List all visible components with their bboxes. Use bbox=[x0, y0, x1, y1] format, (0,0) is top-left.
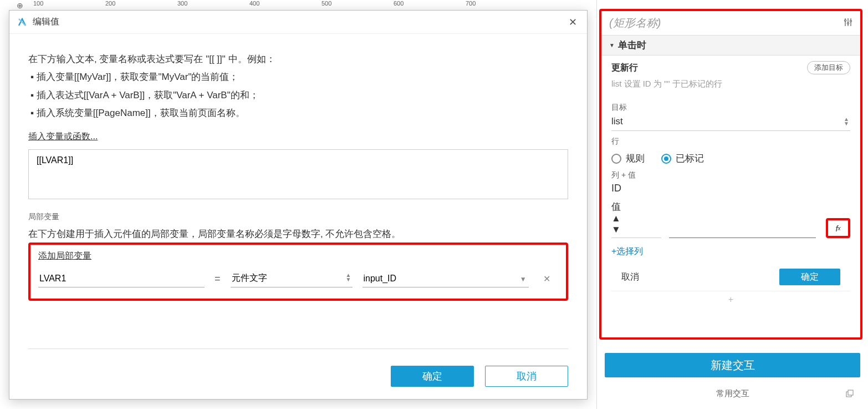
column-id-value: ID bbox=[611, 183, 850, 195]
horizontal-ruler: 100200300400500600700 bbox=[33, 0, 538, 11]
add-action-plus[interactable]: + bbox=[611, 291, 850, 308]
local-var-highlight: 添加局部变量 = ▲▼ ▼ ✕ bbox=[28, 243, 568, 301]
action-description: list 设置 ID 为 "" 于已标记的行 bbox=[611, 79, 850, 89]
svg-rect-7 bbox=[848, 390, 853, 395]
dialog-footer: 确定 取消 bbox=[391, 366, 568, 387]
equals-sign: = bbox=[215, 273, 221, 285]
axure-logo-icon bbox=[17, 17, 27, 27]
dialog-header: 编辑值 ✕ bbox=[9, 11, 587, 34]
panel-ok-button[interactable]: 确定 bbox=[779, 269, 840, 285]
variable-name-input[interactable] bbox=[38, 270, 205, 287]
intro-bullet-3: ▪ 插入系统变量[[PageName]]，获取当前页面名称。 bbox=[28, 104, 568, 122]
insert-variable-link[interactable]: 插入变量或函数... bbox=[28, 131, 98, 143]
event-onclick-header[interactable]: ▼ 单击时 bbox=[601, 35, 860, 55]
intro-text: 在下方输入文本, 变量名称或表达式要写在 "[[ ]]" 中。例如： ▪ 插入变… bbox=[28, 51, 568, 122]
value-input[interactable] bbox=[669, 223, 816, 238]
intro-bullet-2: ▪ 插入表达式[[VarA + VarB]]，获取"VarA + VarB"的和… bbox=[28, 87, 568, 104]
panel-highlight: ▼ 单击时 更新行 添加目标 list 设置 ID 为 "" 于已标记的行 目标… bbox=[599, 9, 862, 340]
dialog-ok-button[interactable]: 确定 bbox=[391, 366, 474, 387]
local-variable-row: = ▲▼ ▼ ✕ bbox=[38, 270, 558, 287]
target-select[interactable]: list ▲▼ bbox=[611, 113, 850, 131]
local-var-section-desc: 在下方创建用于插入元件值的局部变量，局部变量名称必须是字母数字, 不允许包含空格… bbox=[28, 228, 568, 240]
svg-point-3 bbox=[845, 19, 846, 21]
target-label: 目标 bbox=[611, 103, 850, 113]
variable-target-select[interactable]: ▼ bbox=[362, 270, 529, 287]
svg-point-5 bbox=[850, 20, 852, 22]
updown-icon: ▲▼ bbox=[611, 213, 661, 235]
radio-marked-label: 已标记 bbox=[676, 152, 704, 165]
remove-variable-icon[interactable]: ✕ bbox=[539, 274, 555, 284]
panel-cancel-link[interactable]: 取消 bbox=[621, 271, 639, 283]
expression-textarea[interactable]: [[LVAR1]] bbox=[28, 149, 568, 199]
intro-bullet-1: ▪ 插入变量[[MyVar]]，获取变量"MyVar"的当前值； bbox=[28, 68, 568, 86]
svg-point-4 bbox=[847, 22, 849, 24]
dialog-title: 编辑值 bbox=[33, 16, 566, 28]
settings-sliders-icon[interactable] bbox=[844, 18, 852, 29]
radio-marked[interactable]: 已标记 bbox=[661, 152, 704, 165]
new-interaction-button[interactable]: 新建交互 bbox=[605, 353, 860, 377]
fx-button[interactable]: fx bbox=[826, 218, 850, 238]
caret-down-icon: ▼ bbox=[520, 275, 527, 283]
common-interactions-label: 常用交互 bbox=[597, 388, 868, 399]
edit-value-dialog: 编辑值 ✕ 在下方输入文本, 变量名称或表达式要写在 "[[ ]]" 中。例如：… bbox=[9, 10, 588, 400]
radio-rule[interactable]: 规则 bbox=[611, 152, 645, 165]
dialog-cancel-button[interactable]: 取消 bbox=[485, 366, 568, 387]
column-value-label: 列 + 值 bbox=[611, 170, 850, 180]
shape-name-input[interactable] bbox=[609, 17, 844, 29]
intro-main: 在下方输入文本, 变量名称或表达式要写在 "[[ ]]" 中。例如： bbox=[28, 51, 568, 68]
column-select[interactable]: 值 ▲▼ bbox=[611, 198, 661, 238]
collapse-triangle-icon: ▼ bbox=[609, 42, 615, 48]
add-column-link[interactable]: +选择列 bbox=[611, 246, 643, 257]
interactions-panel: ▼ 单击时 更新行 添加目标 list 设置 ID 为 "" 于已标记的行 目标… bbox=[596, 0, 868, 409]
expand-icon[interactable] bbox=[846, 390, 854, 399]
action-title: 更新行 bbox=[611, 62, 807, 74]
radio-rule-label: 规则 bbox=[626, 152, 645, 165]
variable-source-select[interactable]: ▲▼ bbox=[231, 270, 353, 287]
updown-icon: ▲▼ bbox=[346, 273, 351, 282]
close-icon[interactable]: ✕ bbox=[566, 16, 579, 29]
ruler-origin-icon: ⊕ bbox=[17, 1, 23, 10]
updown-icon: ▲▼ bbox=[844, 117, 849, 126]
add-target-button[interactable]: 添加目标 bbox=[807, 61, 850, 74]
row-label: 行 bbox=[611, 137, 850, 147]
local-var-section-label: 局部变量 bbox=[28, 212, 568, 222]
add-local-variable-link[interactable]: 添加局部变量 bbox=[38, 250, 91, 262]
event-name: 单击时 bbox=[618, 39, 646, 52]
